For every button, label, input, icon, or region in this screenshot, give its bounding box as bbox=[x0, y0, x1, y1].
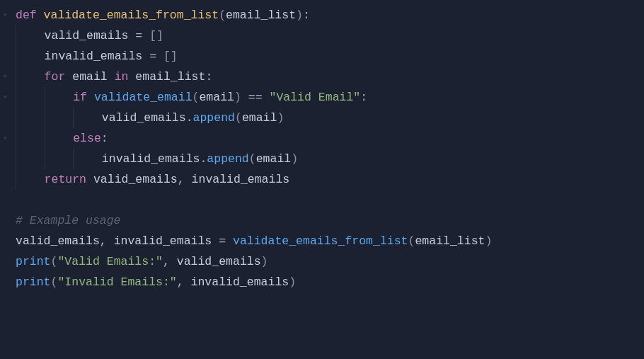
token-builtin: print bbox=[16, 255, 51, 268]
gutter-blank bbox=[0, 108, 10, 128]
token-call: append bbox=[193, 111, 235, 125]
token-name bbox=[87, 91, 94, 104]
token-kw: in bbox=[115, 70, 129, 84]
code-line[interactable]: invalid_emails = [] bbox=[16, 46, 644, 67]
token-name: email_list bbox=[128, 70, 205, 84]
token-punc: ) bbox=[485, 234, 492, 248]
token-punc: ( bbox=[408, 234, 415, 248]
token-fn: validate_emails_from_list bbox=[44, 8, 219, 22]
token-name bbox=[241, 91, 248, 104]
code-editor[interactable]: def validate_emails_from_list(email_list… bbox=[0, 5, 644, 292]
token-punc: ( bbox=[235, 111, 242, 125]
code-line[interactable]: # Example usage bbox=[16, 210, 644, 231]
token-punc: ) bbox=[289, 275, 296, 289]
token-punc: ] bbox=[156, 29, 163, 42]
indent-guide bbox=[16, 149, 45, 169]
token-punc: ) bbox=[277, 111, 284, 125]
token-punc: ) bbox=[261, 255, 268, 268]
token-kw: for bbox=[45, 70, 66, 84]
token-name bbox=[226, 234, 233, 248]
token-op: , bbox=[178, 173, 185, 186]
indent-guide bbox=[16, 169, 45, 190]
token-name: invalid_emails bbox=[185, 173, 290, 186]
indent-guide bbox=[16, 46, 45, 67]
code-line[interactable]: else: bbox=[16, 128, 644, 149]
token-name: email bbox=[199, 91, 234, 104]
code-line[interactable]: invalid_emails.append(email) bbox=[16, 149, 644, 169]
token-builtin: print bbox=[16, 275, 51, 289]
token-op: : bbox=[205, 70, 212, 84]
code-line[interactable] bbox=[16, 190, 644, 210]
gutter-blank bbox=[0, 272, 10, 292]
token-str: "Invalid Emails:" bbox=[57, 275, 176, 289]
token-name bbox=[156, 50, 163, 63]
token-name: valid_emails bbox=[86, 173, 178, 186]
gutter-blank bbox=[0, 25, 10, 46]
token-punc: ( bbox=[192, 91, 200, 104]
token-cmt: # Example usage bbox=[16, 214, 121, 227]
code-line[interactable]: return valid_emails, invalid_emails bbox=[16, 169, 644, 190]
gutter-blank bbox=[0, 190, 10, 210]
token-kw: if bbox=[73, 91, 87, 104]
code-line[interactable]: valid_emails.append(email) bbox=[16, 108, 644, 128]
token-op: == bbox=[248, 91, 263, 104]
token-punc: ( bbox=[51, 255, 58, 268]
token-name: email bbox=[65, 70, 114, 84]
fold-toggle-icon[interactable]: ▾ bbox=[0, 5, 10, 25]
code-line[interactable]: for email in email_list: bbox=[16, 67, 644, 87]
gutter-blank bbox=[0, 46, 10, 67]
token-punc: ) bbox=[234, 91, 241, 104]
fold-toggle-icon[interactable]: ▾ bbox=[0, 67, 10, 87]
token-param: email_list bbox=[226, 8, 296, 22]
token-kw: else bbox=[73, 132, 101, 145]
indent-guide bbox=[16, 87, 45, 108]
indent-guide bbox=[16, 128, 45, 149]
code-line[interactable]: print("Invalid Emails:", invalid_emails) bbox=[16, 272, 644, 292]
indent-guide bbox=[16, 67, 45, 87]
gutter-blank bbox=[0, 231, 10, 251]
token-name: email bbox=[242, 111, 277, 125]
token-op: . bbox=[200, 152, 207, 166]
token-punc: ( bbox=[51, 275, 58, 289]
code-line[interactable]: valid_emails = [] bbox=[16, 25, 644, 46]
token-name: email bbox=[256, 152, 292, 166]
token-op: , bbox=[100, 234, 107, 248]
indent-guide bbox=[45, 149, 74, 169]
token-op: = bbox=[135, 29, 142, 42]
indent-guide bbox=[45, 87, 74, 108]
token-punc: ) bbox=[291, 152, 298, 166]
token-name: valid_emails bbox=[170, 255, 261, 268]
token-name: email_list bbox=[415, 234, 485, 248]
fold-gutter: ▾▾▾▾ bbox=[0, 5, 10, 292]
code-line[interactable]: print("Valid Emails:", valid_emails) bbox=[16, 251, 644, 272]
token-punc: ( bbox=[219, 8, 226, 22]
indent-guide bbox=[73, 108, 102, 128]
token-punc: ) bbox=[296, 8, 303, 22]
token-name: valid_emails bbox=[16, 234, 100, 248]
token-op: : bbox=[101, 132, 108, 145]
token-op: : bbox=[360, 91, 367, 104]
code-line[interactable]: if validate_email(email) == "Valid Email… bbox=[16, 87, 644, 108]
token-name: valid_emails bbox=[102, 111, 186, 125]
indent-guide bbox=[16, 25, 45, 46]
fold-toggle-icon[interactable]: ▾ bbox=[0, 87, 10, 108]
token-op: . bbox=[186, 111, 193, 125]
token-op: , bbox=[163, 255, 170, 268]
indent-guide bbox=[73, 149, 102, 169]
token-kw: return bbox=[45, 173, 86, 186]
token-name: valid_emails bbox=[45, 29, 136, 42]
code-line[interactable]: valid_emails, invalid_emails = validate_… bbox=[16, 231, 644, 251]
indent-guide bbox=[16, 108, 45, 128]
gutter-blank bbox=[0, 169, 10, 190]
token-name: invalid_emails bbox=[45, 50, 150, 63]
indent-guide bbox=[45, 108, 74, 128]
fold-toggle-icon[interactable]: ▾ bbox=[0, 128, 10, 149]
token-name: invalid_emails bbox=[184, 275, 289, 289]
token-name bbox=[142, 29, 149, 42]
token-call: validate_emails_from_list bbox=[233, 234, 408, 248]
token-punc: [ bbox=[149, 29, 156, 42]
indent-guide bbox=[45, 128, 74, 149]
token-punc: ( bbox=[249, 152, 256, 166]
token-kw: def bbox=[16, 8, 44, 22]
code-line[interactable]: def validate_emails_from_list(email_list… bbox=[16, 5, 644, 25]
